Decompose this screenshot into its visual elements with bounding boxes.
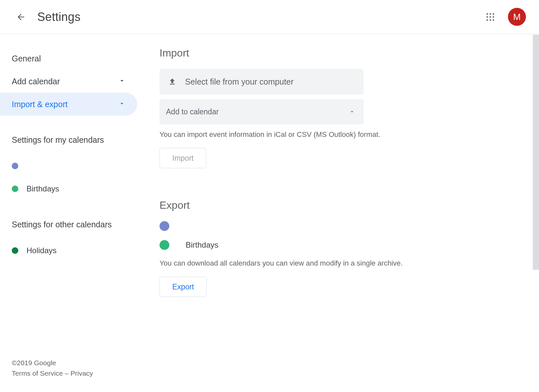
export-calendar-row bbox=[160, 221, 513, 231]
upload-icon bbox=[168, 77, 177, 86]
sidebar: General Add calendar Import & export Set… bbox=[0, 34, 137, 392]
select-file-label: Select file from your computer bbox=[185, 77, 294, 87]
header: Settings M bbox=[0, 0, 539, 34]
chevron-down-icon bbox=[118, 100, 126, 109]
sidebar-item-import-export[interactable]: Import & export bbox=[0, 93, 137, 116]
export-title: Export bbox=[160, 199, 513, 211]
terms-link[interactable]: Terms of Service bbox=[12, 369, 63, 377]
calendar-color-dot bbox=[12, 247, 18, 254]
svg-point-6 bbox=[486, 19, 488, 21]
sidebar-item-label: Import & export bbox=[12, 100, 68, 109]
other-calendar-item[interactable]: Holidays bbox=[0, 239, 137, 262]
copyright-text: ©2019 Google bbox=[12, 358, 126, 368]
select-file-button[interactable]: Select file from your computer bbox=[160, 69, 363, 94]
my-calendars-heading: Settings for my calendars bbox=[0, 135, 137, 145]
footer-separator: – bbox=[63, 369, 70, 377]
my-calendar-item[interactable]: Birthdays bbox=[0, 177, 137, 200]
page-title: Settings bbox=[37, 10, 80, 24]
google-apps-button[interactable] bbox=[484, 11, 496, 23]
sidebar-item-label: General bbox=[12, 54, 41, 63]
export-button[interactable]: Export bbox=[160, 277, 207, 297]
calendar-color-dot bbox=[12, 163, 18, 169]
other-calendars-heading: Settings for other calendars bbox=[0, 220, 137, 229]
svg-point-1 bbox=[490, 13, 491, 15]
import-button[interactable]: Import bbox=[160, 148, 206, 168]
svg-point-8 bbox=[493, 19, 494, 21]
account-avatar[interactable]: M bbox=[508, 8, 526, 26]
import-help-text: You can import event information in iCal… bbox=[160, 130, 382, 139]
back-button[interactable] bbox=[13, 9, 29, 25]
apps-grid-icon bbox=[486, 12, 495, 22]
add-to-calendar-label: Add to calendar bbox=[166, 107, 219, 116]
sidebar-footer: ©2019 Google Terms of Service – Privacy bbox=[0, 358, 137, 392]
sidebar-item-add-calendar[interactable]: Add calendar bbox=[0, 70, 137, 93]
svg-point-4 bbox=[490, 16, 491, 18]
calendar-label: Birthdays bbox=[26, 184, 59, 193]
arrow-left-icon bbox=[16, 12, 26, 22]
svg-point-2 bbox=[493, 13, 494, 15]
header-right: M bbox=[484, 8, 526, 26]
scrollbar[interactable] bbox=[533, 35, 539, 270]
my-calendar-item[interactable] bbox=[0, 155, 137, 177]
calendar-label: Holidays bbox=[26, 246, 57, 255]
import-title: Import bbox=[160, 47, 513, 59]
export-calendar-row: Birthdays bbox=[160, 240, 513, 250]
main-content: Import Select file from your computer Ad… bbox=[137, 34, 539, 392]
sidebar-item-label: Add calendar bbox=[12, 77, 60, 86]
privacy-link[interactable]: Privacy bbox=[71, 369, 93, 377]
export-help-text: You can download all calendars you can v… bbox=[160, 259, 408, 268]
svg-point-7 bbox=[490, 19, 491, 21]
dropdown-arrow-icon bbox=[349, 109, 355, 115]
svg-point-0 bbox=[486, 13, 488, 15]
svg-point-3 bbox=[486, 16, 488, 18]
add-to-calendar-dropdown[interactable]: Add to calendar bbox=[160, 99, 363, 124]
calendar-color-dot bbox=[12, 186, 18, 192]
sidebar-item-general[interactable]: General bbox=[0, 47, 137, 70]
calendar-color-dot bbox=[160, 221, 169, 231]
chevron-down-icon bbox=[118, 77, 126, 86]
calendar-label: Birthdays bbox=[186, 240, 218, 250]
svg-point-5 bbox=[493, 16, 494, 18]
calendar-color-dot bbox=[160, 240, 169, 250]
